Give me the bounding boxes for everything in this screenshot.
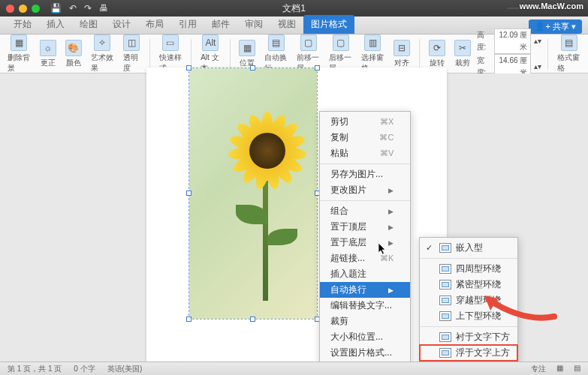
watermark-text: www.MacW.com (520, 2, 583, 10)
height-field[interactable]: 12.09 厘米 (494, 28, 531, 54)
remove-background-button[interactable]: ▦删除背景 (5, 34, 34, 74)
dimensions-group: 高度:12.09 厘米▴▾ 宽度:14.66 厘米▴▾ (477, 28, 542, 80)
menu-size-position[interactable]: 大小和位置... (320, 329, 410, 345)
menu-edit-alt-text[interactable]: 编辑替换文字... (320, 298, 410, 314)
tab-review[interactable]: 审阅 (237, 15, 270, 34)
tab-picture-format[interactable]: 图片格式 (303, 15, 354, 34)
statusbar: 第 1 页，共 1 页 0 个字 英语(美国) 专注 ▦ ▤ (0, 362, 588, 375)
height-label: 高度: (477, 29, 491, 53)
titlebar: 💾 ↶ ↷ 🖶 文档1 (0, 0, 588, 16)
maximize-window-button[interactable] (32, 4, 40, 13)
tab-design[interactable]: 设计 (105, 15, 138, 34)
window-controls (6, 4, 40, 13)
quick-access-toolbar: 💾 ↶ ↷ 🖶 (50, 3, 108, 14)
print-icon[interactable]: 🖶 (99, 3, 108, 14)
wrap-front-icon (439, 348, 451, 358)
menu-save-as-picture[interactable]: 另存为图片... (320, 166, 410, 182)
document-title: 文档1 (282, 2, 306, 15)
undo-icon[interactable]: ↶ (69, 3, 77, 14)
stepper-icon[interactable]: ▴▾ (534, 61, 541, 73)
corrections-button[interactable]: ☼更正 (37, 40, 59, 68)
wrap-tight-icon (439, 280, 451, 290)
menu-hyperlink[interactable]: 超链接...⌘K (320, 250, 410, 266)
close-window-button[interactable] (6, 4, 14, 13)
wrap-top-bottom-icon (439, 311, 451, 321)
menu-crop[interactable]: 裁剪 (320, 314, 410, 329)
tab-mailings[interactable]: 邮件 (204, 15, 237, 34)
rotate-button[interactable]: ⟳旋转 (426, 40, 448, 68)
wrap-square[interactable]: 四周型环绕 (420, 261, 517, 277)
wrap-behind-icon (439, 332, 451, 342)
status-page[interactable]: 第 1 页，共 1 页 (8, 364, 62, 374)
align-button[interactable]: ⊟对齐 (390, 40, 413, 68)
save-icon[interactable]: 💾 (50, 3, 62, 14)
selected-image[interactable] (188, 68, 318, 320)
tab-home[interactable]: 开始 (6, 15, 39, 34)
menu-format-picture[interactable]: 设置图片格式... (320, 345, 410, 361)
wrap-square-icon (439, 264, 451, 274)
position-button[interactable]: ▦位置 (236, 40, 258, 68)
menu-cut[interactable]: 剪切⌘X (320, 114, 410, 130)
wrap-in-front-of-text[interactable]: 浮于文字上方 (420, 345, 517, 361)
context-menu: 剪切⌘X 复制⌘C 粘贴⌘V 另存为图片... 更改图片▶ 组合▶ 置于顶层▶ … (319, 111, 411, 375)
status-word-count[interactable]: 0 个字 (74, 364, 95, 374)
menu-insert-caption[interactable]: 插入题注 (320, 266, 410, 282)
annotation-arrow-icon (483, 294, 558, 324)
format-pane-button[interactable]: ▤格式窗格 (554, 34, 583, 74)
status-focus[interactable]: 专注 (531, 364, 546, 374)
minimize-window-button[interactable] (19, 4, 27, 13)
wrap-behind-text[interactable]: 衬于文字下方 (420, 329, 517, 345)
menu-bring-front[interactable]: 置于顶层▶ (320, 219, 410, 235)
wrap-tight[interactable]: 紧密型环绕 (420, 277, 517, 292)
tab-references[interactable]: 引用 (171, 15, 204, 34)
color-button[interactable]: 🎨颜色 (62, 40, 85, 68)
view-web-layout-icon[interactable]: ▤ (574, 364, 580, 374)
tab-view[interactable]: 视图 (270, 15, 303, 34)
tab-draw[interactable]: 绘图 (72, 15, 105, 34)
menu-copy[interactable]: 复制⌘C (320, 130, 410, 146)
status-language[interactable]: 英语(美国) (107, 364, 143, 374)
tab-insert[interactable]: 插入 (39, 15, 72, 34)
stepper-icon[interactable]: ▴▾ (534, 35, 541, 47)
transparency-button[interactable]: ◫透明度 (120, 34, 143, 74)
menu-paste[interactable]: 粘贴⌘V (320, 146, 410, 161)
tab-layout[interactable]: 布局 (138, 15, 171, 34)
menu-send-back[interactable]: 置于底层▶ (320, 235, 410, 250)
redo-icon[interactable]: ↷ (84, 3, 92, 14)
menu-change-picture[interactable]: 更改图片▶ (320, 182, 410, 198)
menu-group[interactable]: 组合▶ (320, 203, 410, 219)
view-print-layout-icon[interactable]: ▦ (556, 364, 563, 374)
wrap-inline[interactable]: ✓嵌入型 (420, 240, 517, 256)
artistic-effects-button[interactable]: ✧艺术效果 (88, 34, 117, 74)
wrap-inline-icon (439, 243, 451, 253)
wrap-through-icon (439, 296, 451, 305)
document-canvas: 剪切⌘X 复制⌘C 粘贴⌘V 另存为图片... 更改图片▶ 组合▶ 置于顶层▶ … (0, 74, 588, 362)
menu-wrap-text[interactable]: 自动换行▶ (320, 282, 410, 298)
crop-button[interactable]: ✂栽剪 (451, 40, 474, 68)
